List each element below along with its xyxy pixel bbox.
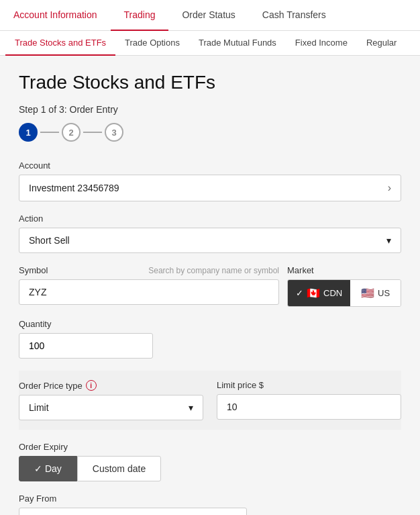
step-line-1-2: [40, 132, 59, 133]
sub-nav-trade-mutual-funds[interactable]: Trade Mutual Funds: [189, 31, 286, 56]
symbol-input-wrapper: [19, 279, 279, 305]
market-buttons: ✓ 🇨🇦 CDN 🇺🇸 US: [287, 279, 401, 307]
step-indicator: 1 2 3: [19, 123, 401, 142]
pay-from-select[interactable]: Investment Account (CAD) ▾: [19, 508, 247, 515]
step-line-2-3: [83, 132, 102, 133]
symbol-search-hint: Search by company name or symbol: [148, 266, 279, 275]
market-us-button[interactable]: 🇺🇸 US: [350, 280, 401, 306]
us-flag-icon: 🇺🇸: [361, 287, 374, 299]
step-3-circle: 3: [105, 123, 123, 142]
top-nav-cash-transfers[interactable]: Cash Transfers: [249, 0, 339, 31]
limit-price-field: Limit price $: [217, 380, 401, 420]
order-price-field: Order Price type i Limit ▾: [19, 380, 203, 420]
top-nav-account-information[interactable]: Account Information: [0, 0, 111, 31]
quantity-input[interactable]: [19, 333, 153, 359]
action-value: Short Sell: [29, 235, 70, 246]
account-select[interactable]: Investment 23456789 ›: [19, 175, 401, 201]
symbol-field: Symbol Search by company name or symbol: [19, 265, 279, 305]
order-expiry-label: Order Expiry: [19, 442, 401, 452]
chevron-right-icon: ›: [388, 182, 391, 194]
chevron-down-icon: ▾: [386, 235, 391, 246]
action-field-group: Action Short Sell ▾: [19, 214, 401, 253]
limit-price-input[interactable]: [217, 394, 401, 420]
info-icon[interactable]: i: [86, 380, 97, 391]
symbol-market-group: Symbol Search by company name or symbol …: [19, 265, 401, 307]
market-field: Market ✓ 🇨🇦 CDN 🇺🇸 US: [287, 265, 401, 307]
action-select[interactable]: Short Sell ▾: [19, 228, 401, 253]
us-label: US: [378, 288, 390, 298]
step-2-circle: 2: [62, 123, 81, 142]
checkmark-icon: ✓: [296, 288, 303, 298]
action-label: Action: [19, 214, 401, 224]
step-1-circle: 1: [19, 123, 38, 142]
page-title: Trade Stocks and ETFs: [19, 72, 401, 93]
top-navigation: Account Information Trading Order Status…: [0, 0, 420, 31]
order-price-row: Order Price type i Limit ▾ Limit price $: [19, 371, 401, 430]
step-label: Step 1 of 3: Order Entry: [19, 104, 401, 115]
limit-price-label: Limit price $: [217, 380, 401, 390]
quantity-label: Quantity: [19, 319, 401, 329]
top-nav-order-status[interactable]: Order Status: [168, 0, 248, 31]
cdn-label: CDN: [323, 288, 342, 298]
quantity-field-group: Quantity: [19, 319, 401, 359]
symbol-label: Symbol: [19, 265, 48, 275]
main-content: Trade Stocks and ETFs Step 1 of 3: Order…: [0, 56, 420, 515]
market-label: Market: [287, 265, 401, 275]
expiry-day-button[interactable]: ✓ Day: [19, 456, 77, 481]
symbol-input[interactable]: [19, 279, 279, 305]
order-price-type-label-row: Order Price type i: [19, 380, 203, 391]
order-price-type-label: Order Price type: [19, 381, 83, 391]
sub-nav-regular[interactable]: Regular: [357, 31, 407, 56]
account-label: Account: [19, 160, 401, 171]
order-price-type-select[interactable]: Limit ▾: [19, 395, 203, 420]
pay-from-group: Pay From Investment Account (CAD) ▾: [19, 494, 401, 515]
account-field-group: Account Investment 23456789 ›: [19, 160, 401, 201]
sub-nav-trade-options[interactable]: Trade Options: [115, 31, 189, 56]
sub-nav-trade-stocks-etfs[interactable]: Trade Stocks and ETFs: [5, 31, 115, 56]
cdn-flag-icon: 🇨🇦: [307, 287, 320, 299]
account-value: Investment 23456789: [29, 183, 119, 193]
chevron-down-price-icon: ▾: [189, 402, 193, 413]
order-price-type-value: Limit: [29, 402, 49, 413]
expiry-custom-date-button[interactable]: Custom date: [77, 456, 161, 481]
sub-navigation: Trade Stocks and ETFs Trade Options Trad…: [0, 31, 420, 56]
top-nav-trading[interactable]: Trading: [111, 0, 169, 31]
market-cdn-button[interactable]: ✓ 🇨🇦 CDN: [288, 280, 350, 306]
order-expiry-group: Order Expiry ✓ Day Custom date: [19, 442, 401, 481]
pay-from-label: Pay From: [19, 494, 401, 504]
expiry-buttons: ✓ Day Custom date: [19, 456, 401, 481]
sub-nav-fixed-income[interactable]: Fixed Income: [286, 31, 357, 56]
